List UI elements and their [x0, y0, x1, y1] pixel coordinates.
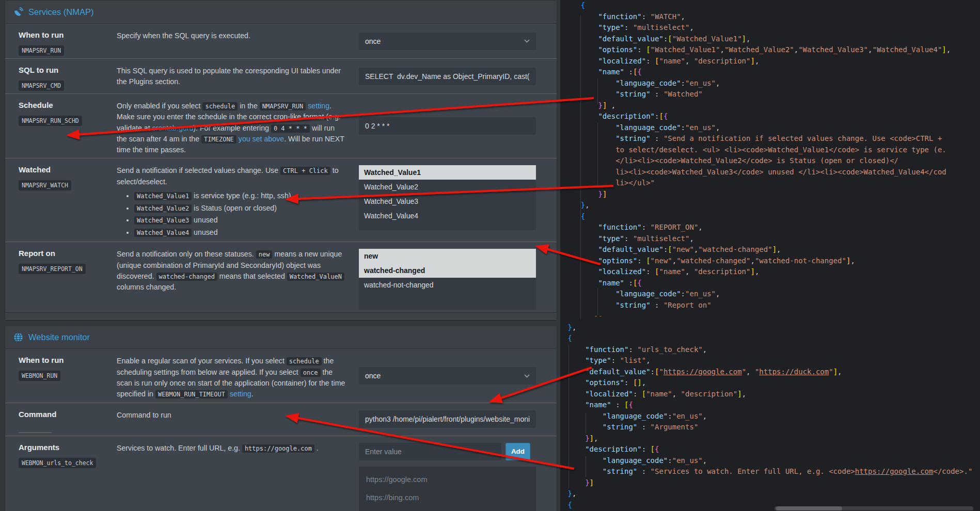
multiselect-option[interactable]: new — [359, 249, 536, 263]
indent-guide — [586, 413, 586, 434]
inline-code: once — [301, 369, 321, 377]
code-line: "language_code":"en_us", — [560, 411, 980, 422]
setting-code-badge: WEBMON_urls_to_check — [19, 458, 96, 468]
inline-code: 0 4 * * * — [271, 124, 310, 133]
code-line: "name" :[{ — [560, 278, 980, 289]
text-segment: Command to run — [117, 411, 171, 419]
setting-description: Specify when the SQL query is executed. — [117, 26, 346, 56]
nmapsrv-run-select[interactable]: once — [359, 33, 536, 50]
webmon-urls-to-check-value-input[interactable] — [359, 443, 501, 460]
horizontal-scrollbar-thumb[interactable] — [776, 506, 842, 510]
webmon-run-select[interactable]: once — [359, 367, 536, 385]
text-segment: Specify when the SQL query is executed. — [117, 31, 250, 40]
indent-guide — [597, 123, 598, 189]
code-line: "string" : "Services to watch. Enter ful… — [560, 466, 980, 477]
code-line: "default_value":["https://google.com", "… — [560, 366, 980, 378]
multiselect-option[interactable]: Watched_Value3 — [359, 194, 536, 209]
setting-label: Command — [19, 410, 117, 419]
code-line: }, — [560, 488, 980, 500]
inline-link[interactable]: setting — [230, 390, 251, 398]
text-segment: . — [314, 444, 319, 452]
url-list-item: https://bing.com — [366, 489, 529, 507]
indent-guide — [580, 15, 581, 319]
json-editor[interactable]: { "function": "WATCH", "type": "multisel… — [560, 0, 980, 511]
nmapsrv-watch-multiselect[interactable]: Watched_Value1Watched_Value2Watched_Valu… — [359, 165, 536, 230]
url-list-item: https://google.com — [366, 471, 529, 489]
multiselect-option[interactable]: Watched_Value4 — [359, 209, 536, 223]
code-line: }] — [560, 189, 980, 200]
code-line: to select/deselect. <ul> <li><code>Watch… — [560, 145, 980, 156]
code-line: "localized": ["name", "description"], — [560, 266, 980, 278]
nmapsrv-report-on-multiselect[interactable]: newwatched-changedwatched-not-changed — [359, 249, 536, 310]
inline-code: Watched_Value3 — [134, 216, 192, 225]
setting-code-badge: NMAPSRV_REPORT_ON — [19, 264, 86, 274]
text-segment: means that selected — [217, 272, 287, 280]
code-line: "type": "multiselect", — [560, 233, 980, 245]
inline-code: schedule — [287, 357, 322, 365]
bullet-item: Watched_Value4 unused — [134, 227, 346, 238]
settings-panel: Services (NMAP) When to runNMAPSRV_RUNSp… — [5, 1, 557, 511]
bullet-item: Watched_Value1 is service type (e.g.: ht… — [134, 190, 346, 201]
inline-code: schedule — [202, 102, 238, 110]
setting-description: This SQL query is used to populate the c… — [117, 61, 346, 91]
code-line: "options": ["new","watched-changed","wat… — [560, 256, 980, 267]
webmon-urls-to-check-url-list[interactable]: https://google.comhttps://bing.comhttp:/… — [359, 467, 536, 511]
nmapsrv-run-schd-input[interactable] — [359, 117, 536, 135]
website-monitor-header: Website monitor — [5, 326, 557, 349]
code-line: }, — [560, 322, 980, 333]
multiselect-option[interactable]: watched-not-changed — [359, 278, 536, 292]
text-segment: This SQL query is used to populate the c… — [117, 67, 341, 86]
indent-guide — [586, 456, 586, 477]
settings-row-nmapsrv-run: When to runNMAPSRV_RUNSpecify when the S… — [5, 24, 557, 58]
inline-link[interactable]: crontab.guru — [152, 124, 194, 132]
add-button[interactable]: Add — [505, 443, 530, 460]
indent-guide — [597, 288, 598, 315]
text-segment: ). For example entering — [193, 124, 271, 132]
code-line: "default_value":["new","watched-changed"… — [560, 244, 980, 256]
text-segment: is Status (open or closed) — [192, 204, 277, 212]
indent-guide — [597, 78, 598, 104]
text-segment: Send a notification if selected values c… — [117, 166, 280, 174]
inline-link[interactable]: setting — [308, 102, 329, 110]
setting-label: Report on — [19, 249, 117, 258]
setting-label: When to run — [19, 30, 117, 39]
section-title: Services (NMAP) — [28, 7, 94, 17]
setting-description: Only enabled if you select schedule in t… — [117, 97, 346, 155]
inline-code: https://google.com — [242, 444, 314, 453]
code-line: "string" : "Arguments" — [560, 422, 980, 433]
multiselect-option[interactable]: Watched_Value2 — [359, 180, 536, 194]
inline-code: NMAPSRV_RUN — [260, 102, 306, 110]
inline-code: Watched_Value1 — [134, 192, 192, 200]
multiselect-option[interactable]: watched-changed — [359, 263, 536, 278]
webmon-command-input[interactable] — [359, 410, 536, 428]
bullet-item: Watched_Value3 unused — [134, 215, 346, 226]
inline-code: TIMEZONE — [201, 135, 236, 143]
inline-code: new — [256, 250, 273, 259]
code-line: "description": [{ — [560, 444, 980, 455]
code-line: "string" : "Watched" — [560, 89, 980, 100]
settings-row-nmapsrv-run-schd: ScheduleNMAPSRV_RUN_SCHDOnly enabled if … — [5, 93, 557, 158]
text-segment: Only enabled if you select — [117, 102, 202, 110]
multiselect-option[interactable]: Watched_Value1 — [359, 165, 536, 180]
inline-code: watched-changed — [156, 273, 217, 281]
code-line: { — [560, 0, 980, 11]
code-line: "type": "list", — [560, 355, 980, 366]
settings-row-nmapsrv-report-on: Report onNMAPSRV_REPORT_ONSend a notific… — [5, 242, 557, 312]
code-line: "function": "WATCH", — [560, 11, 980, 23]
code-line: "language_code":"en_us", — [560, 455, 980, 467]
code-line: { — [560, 333, 980, 344]
code-line: }], — [560, 433, 980, 444]
code-line: "language_code":"en_us", — [560, 122, 980, 134]
text-segment: . — [251, 390, 254, 398]
code-line: "localized": ["name", "description"], — [560, 56, 980, 67]
text-segment: Enable a regular scan of your services. … — [117, 357, 287, 365]
pialert-settings-page: Services (NMAP) When to runNMAPSRV_RUNSp… — [0, 0, 980, 511]
nmapsrv-cmd-input[interactable] — [359, 68, 536, 85]
code-line: li></ul>" — [560, 178, 980, 189]
setting-label: SQL to run — [19, 66, 117, 74]
setting-description: Services to watch. Enter full URL, e.g. … — [117, 439, 346, 511]
settings-row-webmon-run: When to runWEBMON_RUNEnable a regular sc… — [5, 349, 557, 402]
inline-link[interactable]: you set above — [239, 135, 284, 143]
text-segment: is service type (e.g.: http, ssh) — [192, 191, 291, 200]
bullet-item: Watched_Value2 is Status (open or closed… — [134, 203, 346, 214]
